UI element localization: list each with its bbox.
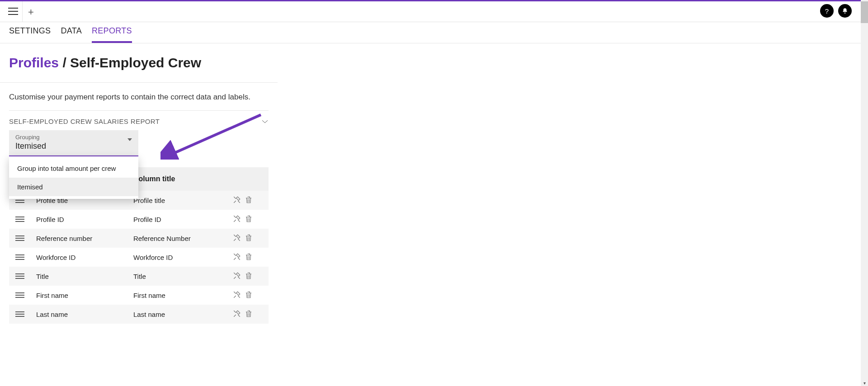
drag-handle-icon[interactable] <box>9 235 36 241</box>
bell-icon <box>842 8 848 14</box>
table-row: TitleTitle <box>9 267 269 286</box>
tab-settings[interactable]: SETTINGS <box>9 26 51 40</box>
trash-icon[interactable] <box>245 234 253 243</box>
table-header-columntitle: Column title <box>133 175 233 183</box>
scrollbar-track[interactable] <box>861 0 868 386</box>
report-section: SELF-EMPLOYED CREW SALARIES REPORT <box>9 110 269 125</box>
report-section-title: SELF-EMPLOYED CREW SALARIES REPORT <box>9 118 160 125</box>
drag-handle-icon[interactable] <box>9 292 36 298</box>
tools-icon[interactable] <box>233 196 241 205</box>
breadcrumb-current: Self-Employed Crew <box>70 55 201 70</box>
tools-icon[interactable] <box>233 253 241 262</box>
row-actions <box>233 253 269 262</box>
grouping-select[interactable]: Grouping Itemised <box>9 130 138 156</box>
table-row: Last nameLast name <box>9 305 269 324</box>
row-actions <box>233 310 269 319</box>
drag-handle-icon[interactable] <box>9 311 36 317</box>
tools-icon[interactable] <box>233 272 241 281</box>
breadcrumb-separator: / <box>59 55 70 70</box>
row-column-title: Profile ID <box>133 216 233 223</box>
grouping-option-1[interactable]: Itemised <box>9 178 138 196</box>
tools-icon[interactable] <box>233 234 241 243</box>
row-actions <box>233 234 269 243</box>
trash-icon[interactable] <box>245 215 253 224</box>
tools-icon[interactable] <box>233 310 241 319</box>
trash-icon[interactable] <box>245 291 253 300</box>
drag-handle-icon[interactable] <box>9 273 36 279</box>
row-actions <box>233 272 269 281</box>
row-data: Last name <box>36 311 133 318</box>
drag-handle-icon[interactable] <box>9 254 36 260</box>
row-column-title: Last name <box>133 311 233 318</box>
row-column-title: Workforce ID <box>133 254 233 261</box>
row-actions <box>233 196 269 205</box>
row-column-title: Reference Number <box>133 235 233 242</box>
help-button[interactable]: ? <box>820 4 834 18</box>
scroll-down-arrow[interactable]: ▾ <box>861 380 868 386</box>
trash-icon[interactable] <box>245 196 253 205</box>
caret-down-icon <box>127 138 132 141</box>
tools-icon[interactable] <box>233 215 241 224</box>
question-icon: ? <box>825 7 829 15</box>
topbar: + ? <box>0 1 861 22</box>
notifications-button[interactable] <box>838 4 852 18</box>
scrollbar-thumb[interactable] <box>861 1 868 23</box>
row-data: Profile ID <box>36 216 133 223</box>
grouping-label: Grouping <box>15 134 132 141</box>
row-column-title: Profile title <box>133 197 233 204</box>
grouping-option-0[interactable]: Group into total amount per crew <box>9 159 138 178</box>
hamburger-menu-icon[interactable] <box>8 8 18 15</box>
row-column-title: First name <box>133 292 233 299</box>
row-data: Reference number <box>36 235 133 242</box>
row-actions <box>233 215 269 224</box>
table-row: First nameFirst name <box>9 286 269 305</box>
chevron-down-icon[interactable] <box>261 119 269 124</box>
breadcrumb: Profiles / Self-Employed Crew <box>9 55 201 71</box>
trash-icon[interactable] <box>245 272 253 281</box>
tools-icon[interactable] <box>233 291 241 300</box>
drag-handle-icon[interactable] <box>9 217 36 222</box>
table-row: Profile IDProfile ID <box>9 210 269 229</box>
top-tabs: SETTINGS DATA REPORTS <box>9 26 132 40</box>
new-tab-button[interactable]: + <box>28 6 34 18</box>
trash-icon[interactable] <box>245 253 253 262</box>
trash-icon[interactable] <box>245 310 253 319</box>
section-divider <box>0 82 278 83</box>
row-actions <box>233 291 269 300</box>
grouping-dropdown: Group into total amount per crew Itemise… <box>9 156 138 199</box>
row-data: First name <box>36 292 133 299</box>
tab-data[interactable]: DATA <box>61 26 82 40</box>
topbar-bottom-border <box>0 22 861 22</box>
topbar-divider <box>22 1 23 22</box>
tab-reports[interactable]: REPORTS <box>92 26 132 40</box>
table-row: Reference numberReference Number <box>9 229 269 248</box>
breadcrumb-link-profiles[interactable]: Profiles <box>9 55 59 70</box>
row-data: Workforce ID <box>36 254 133 261</box>
subnav-bottom-border <box>0 43 861 43</box>
grouping-value: Itemised <box>15 141 132 151</box>
table-row: Workforce IDWorkforce ID <box>9 248 269 267</box>
row-column-title: Title <box>133 273 233 280</box>
page-subtitle: Customise your payment reports to contai… <box>9 93 250 102</box>
row-data: Title <box>36 273 133 280</box>
